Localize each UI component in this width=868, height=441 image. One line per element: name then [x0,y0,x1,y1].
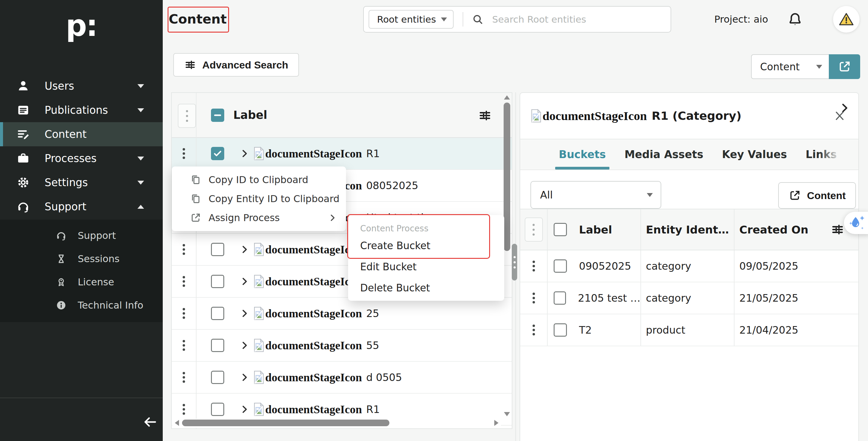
context-submenu: Content Process Create Bucket Edit Bucke… [348,215,504,301]
bucket-row[interactable]: T2 product 21/04/2025 [520,314,858,346]
chevron-down-icon [137,181,144,185]
chevron-down-icon [647,193,653,197]
submenu-item-create-bucket[interactable]: Create Bucket [348,235,504,256]
row-menu-button[interactable] [172,244,196,255]
tabs-scroll-right-icon[interactable] [838,102,850,114]
entity-alt-text: documentStageIcon [265,403,362,416]
vertical-scrollbar-thumb[interactable] [504,102,510,251]
label-column-header: Label [233,93,267,137]
sidebar-item-processes[interactable]: Processes [0,146,163,170]
column-drag-handle[interactable] [178,104,196,128]
row-menu-button[interactable] [172,340,196,351]
row-menu-button[interactable] [520,261,547,271]
panel-resize-handle[interactable] [512,244,517,281]
row-menu-button[interactable] [520,325,547,335]
entity-row[interactable]: documentStageIcon d 0505 [172,362,512,394]
select-all-checkbox[interactable] [211,109,224,122]
bucket-filter-select[interactable]: All [530,181,661,209]
sidebar-subitem-label: Technical Info [78,299,144,311]
context-menu-item-copy-entity-id-to-clipboard[interactable]: Copy Entity ID to Clipboard [172,189,346,208]
context-menu-item-copy-id-to-clipboard[interactable]: Copy ID to Clipboard [172,170,346,189]
notifications-bell-icon[interactable] [787,11,803,27]
row-checkbox[interactable] [211,243,224,256]
search-input[interactable]: Search Root entities [492,14,586,25]
buckets-table-header: Label Entity Ident… Created On [520,209,858,251]
assistant-pill[interactable] [844,212,868,234]
context-menu-item-assign-process[interactable]: Assign Process [172,208,346,227]
table-filter-icon[interactable] [831,223,844,236]
sidebar-item-publications[interactable]: Publications [0,98,163,122]
row-checkbox[interactable] [554,323,567,336]
open-view-button[interactable] [829,54,860,79]
row-checkbox[interactable] [211,275,224,288]
entity-row[interactable]: documentStageIcon R1 [172,138,512,170]
entity-row[interactable]: documentStageIcon 55 [172,330,512,362]
sidebar-collapse-button[interactable] [142,414,158,431]
sidebar-subitem-label: Support [78,230,116,241]
buckets-table: Label Entity Ident… Created On 09052025 … [520,209,858,346]
sidebar-subitem-technical-info[interactable]: Technical Info [0,294,163,317]
sidebar-subitem-support[interactable]: Support [0,224,163,247]
row-checkbox[interactable] [211,339,224,352]
submenu-item-edit-bucket[interactable]: Edit Bucket [348,256,504,277]
sidebar-subitem-label: Sessions [78,253,120,265]
row-menu-button[interactable] [172,276,196,287]
tab-key-values[interactable]: Key Values [722,139,787,170]
row-menu-button[interactable] [520,293,547,303]
search-scope-select[interactable]: Root entities [369,10,454,29]
tab-buckets[interactable]: Buckets [559,139,606,170]
advanced-search-button[interactable]: Advanced Search [173,53,299,77]
horizontal-scrollbar-thumb[interactable] [182,419,390,426]
view-select[interactable]: Content [751,54,829,79]
context-menu: Copy ID to Clipboard Copy Entity ID to C… [172,167,346,231]
row-menu-button[interactable] [172,148,196,159]
sidebar-item-settings[interactable]: Settings [0,170,163,195]
row-checkbox[interactable] [211,307,224,320]
column-drag-handle[interactable] [525,217,543,242]
avatar[interactable] [833,6,860,33]
expand-chevron-icon[interactable] [239,148,250,159]
row-menu-button[interactable] [172,308,196,319]
chevron-down-icon [137,108,144,112]
processes-icon [16,151,30,165]
expand-chevron-icon[interactable] [239,276,250,287]
bucket-row[interactable]: 09052025 category 09/05/2025 [520,251,858,282]
row-checkbox[interactable] [211,371,224,384]
sidebar-item-support[interactable]: Support [0,195,163,219]
search-divider [463,12,463,27]
row-menu-button[interactable] [172,372,196,383]
select-all-checkbox[interactable] [554,223,567,236]
sidebar-subitem-sessions[interactable]: Sessions [0,247,163,270]
scroll-up-arrow[interactable] [504,95,510,99]
content-open-button[interactable]: Content [778,182,856,209]
bucket-row[interactable]: 2105 test e… category 21/05/2025 [520,282,858,314]
sidebar-item-users[interactable]: Users [0,74,163,98]
expand-chevron-icon[interactable] [239,372,250,382]
bucket-label: 09052025 [579,260,631,272]
expand-chevron-icon[interactable] [239,244,250,255]
row-checkbox[interactable] [554,259,567,273]
bucket-created-on: 21/04/2025 [739,324,798,336]
table-filter-icon[interactable] [478,109,492,122]
submenu-item-delete-bucket[interactable]: Delete Bucket [348,277,504,298]
scroll-right-arrow[interactable] [494,420,498,426]
sidebar-item-content[interactable]: Content [0,122,163,146]
chevron-down-icon [137,156,144,160]
scroll-down-arrow[interactable] [504,412,510,416]
row-checkbox[interactable] [211,403,224,416]
sidebar-item-label: Settings [44,176,88,188]
tab-media-assets[interactable]: Media Assets [624,139,703,170]
entity-row[interactable]: documentStageIcon 25 [172,298,512,330]
warning-triangle-icon [838,11,854,27]
bucket-filter-value: All [540,189,553,201]
expand-chevron-icon[interactable] [239,404,250,414]
content-icon [16,127,30,141]
broken-image-icon [253,274,265,288]
row-checkbox[interactable] [554,291,566,305]
row-checkbox[interactable] [211,147,224,160]
scroll-left-arrow[interactable] [175,420,179,426]
expand-chevron-icon[interactable] [239,308,250,319]
expand-chevron-icon[interactable] [239,340,250,351]
sidebar-subitem-license[interactable]: License [0,270,163,294]
row-menu-button[interactable] [172,404,196,415]
